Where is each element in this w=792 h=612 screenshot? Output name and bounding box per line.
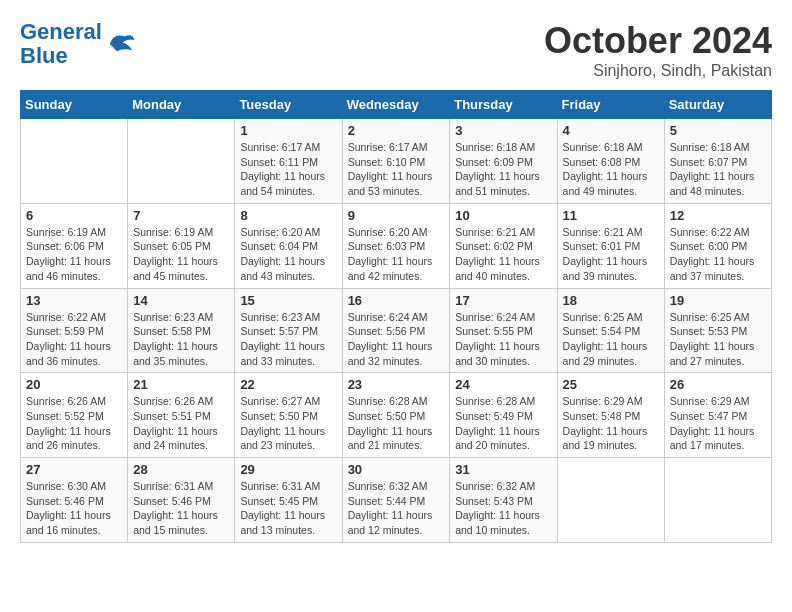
calendar-cell: 9Sunrise: 6:20 AM Sunset: 6:03 PM Daylig… [342, 203, 450, 288]
day-info: Sunrise: 6:31 AM Sunset: 5:46 PM Dayligh… [133, 479, 229, 538]
day-info: Sunrise: 6:30 AM Sunset: 5:46 PM Dayligh… [26, 479, 122, 538]
day-info: Sunrise: 6:23 AM Sunset: 5:58 PM Dayligh… [133, 310, 229, 369]
weekday-header-tuesday: Tuesday [235, 91, 342, 119]
week-row-2: 6Sunrise: 6:19 AM Sunset: 6:06 PM Daylig… [21, 203, 772, 288]
day-number: 5 [670, 123, 766, 138]
logo-line2: Blue [20, 43, 68, 68]
calendar-cell: 24Sunrise: 6:28 AM Sunset: 5:49 PM Dayli… [450, 373, 557, 458]
calendar-cell: 6Sunrise: 6:19 AM Sunset: 6:06 PM Daylig… [21, 203, 128, 288]
day-info: Sunrise: 6:19 AM Sunset: 6:05 PM Dayligh… [133, 225, 229, 284]
day-number: 24 [455, 377, 551, 392]
calendar-cell: 21Sunrise: 6:26 AM Sunset: 5:51 PM Dayli… [128, 373, 235, 458]
calendar-cell [557, 458, 664, 543]
day-info: Sunrise: 6:26 AM Sunset: 5:51 PM Dayligh… [133, 394, 229, 453]
logo: General Blue [20, 20, 136, 68]
day-number: 16 [348, 293, 445, 308]
day-info: Sunrise: 6:20 AM Sunset: 6:03 PM Dayligh… [348, 225, 445, 284]
day-info: Sunrise: 6:29 AM Sunset: 5:47 PM Dayligh… [670, 394, 766, 453]
day-number: 1 [240, 123, 336, 138]
day-number: 31 [455, 462, 551, 477]
weekday-header-monday: Monday [128, 91, 235, 119]
day-info: Sunrise: 6:19 AM Sunset: 6:06 PM Dayligh… [26, 225, 122, 284]
calendar-cell: 16Sunrise: 6:24 AM Sunset: 5:56 PM Dayli… [342, 288, 450, 373]
day-number: 11 [563, 208, 659, 223]
calendar-cell: 10Sunrise: 6:21 AM Sunset: 6:02 PM Dayli… [450, 203, 557, 288]
day-info: Sunrise: 6:23 AM Sunset: 5:57 PM Dayligh… [240, 310, 336, 369]
calendar-cell: 26Sunrise: 6:29 AM Sunset: 5:47 PM Dayli… [664, 373, 771, 458]
day-number: 21 [133, 377, 229, 392]
month-title: October 2024 [544, 20, 772, 62]
day-info: Sunrise: 6:27 AM Sunset: 5:50 PM Dayligh… [240, 394, 336, 453]
calendar-cell: 13Sunrise: 6:22 AM Sunset: 5:59 PM Dayli… [21, 288, 128, 373]
day-info: Sunrise: 6:25 AM Sunset: 5:53 PM Dayligh… [670, 310, 766, 369]
day-number: 4 [563, 123, 659, 138]
day-info: Sunrise: 6:17 AM Sunset: 6:10 PM Dayligh… [348, 140, 445, 199]
calendar-cell: 7Sunrise: 6:19 AM Sunset: 6:05 PM Daylig… [128, 203, 235, 288]
day-number: 27 [26, 462, 122, 477]
calendar-table: SundayMondayTuesdayWednesdayThursdayFrid… [20, 90, 772, 543]
calendar-cell [664, 458, 771, 543]
logo-line1: General [20, 19, 102, 44]
day-info: Sunrise: 6:28 AM Sunset: 5:49 PM Dayligh… [455, 394, 551, 453]
day-number: 30 [348, 462, 445, 477]
weekday-header-thursday: Thursday [450, 91, 557, 119]
calendar-cell [21, 119, 128, 204]
calendar-cell: 31Sunrise: 6:32 AM Sunset: 5:43 PM Dayli… [450, 458, 557, 543]
calendar-cell: 20Sunrise: 6:26 AM Sunset: 5:52 PM Dayli… [21, 373, 128, 458]
day-number: 8 [240, 208, 336, 223]
day-number: 10 [455, 208, 551, 223]
title-block: October 2024 Sinjhoro, Sindh, Pakistan [544, 20, 772, 80]
week-row-5: 27Sunrise: 6:30 AM Sunset: 5:46 PM Dayli… [21, 458, 772, 543]
day-info: Sunrise: 6:20 AM Sunset: 6:04 PM Dayligh… [240, 225, 336, 284]
week-row-1: 1Sunrise: 6:17 AM Sunset: 6:11 PM Daylig… [21, 119, 772, 204]
calendar-cell: 1Sunrise: 6:17 AM Sunset: 6:11 PM Daylig… [235, 119, 342, 204]
day-info: Sunrise: 6:17 AM Sunset: 6:11 PM Dayligh… [240, 140, 336, 199]
day-number: 3 [455, 123, 551, 138]
calendar-cell [128, 119, 235, 204]
calendar-cell: 25Sunrise: 6:29 AM Sunset: 5:48 PM Dayli… [557, 373, 664, 458]
day-info: Sunrise: 6:31 AM Sunset: 5:45 PM Dayligh… [240, 479, 336, 538]
weekday-header-sunday: Sunday [21, 91, 128, 119]
day-number: 22 [240, 377, 336, 392]
day-info: Sunrise: 6:25 AM Sunset: 5:54 PM Dayligh… [563, 310, 659, 369]
logo-bird-icon [106, 29, 136, 59]
weekday-header-saturday: Saturday [664, 91, 771, 119]
day-number: 18 [563, 293, 659, 308]
day-number: 28 [133, 462, 229, 477]
day-number: 23 [348, 377, 445, 392]
day-info: Sunrise: 6:32 AM Sunset: 5:43 PM Dayligh… [455, 479, 551, 538]
day-number: 19 [670, 293, 766, 308]
calendar-cell: 19Sunrise: 6:25 AM Sunset: 5:53 PM Dayli… [664, 288, 771, 373]
day-info: Sunrise: 6:21 AM Sunset: 6:02 PM Dayligh… [455, 225, 551, 284]
calendar-cell: 14Sunrise: 6:23 AM Sunset: 5:58 PM Dayli… [128, 288, 235, 373]
day-info: Sunrise: 6:32 AM Sunset: 5:44 PM Dayligh… [348, 479, 445, 538]
day-number: 9 [348, 208, 445, 223]
page-header: General Blue October 2024 Sinjhoro, Sind… [20, 20, 772, 80]
calendar-cell: 3Sunrise: 6:18 AM Sunset: 6:09 PM Daylig… [450, 119, 557, 204]
day-info: Sunrise: 6:26 AM Sunset: 5:52 PM Dayligh… [26, 394, 122, 453]
calendar-cell: 22Sunrise: 6:27 AM Sunset: 5:50 PM Dayli… [235, 373, 342, 458]
day-number: 2 [348, 123, 445, 138]
week-row-4: 20Sunrise: 6:26 AM Sunset: 5:52 PM Dayli… [21, 373, 772, 458]
day-info: Sunrise: 6:29 AM Sunset: 5:48 PM Dayligh… [563, 394, 659, 453]
day-number: 6 [26, 208, 122, 223]
week-row-3: 13Sunrise: 6:22 AM Sunset: 5:59 PM Dayli… [21, 288, 772, 373]
weekday-header-friday: Friday [557, 91, 664, 119]
day-info: Sunrise: 6:24 AM Sunset: 5:56 PM Dayligh… [348, 310, 445, 369]
calendar-cell: 27Sunrise: 6:30 AM Sunset: 5:46 PM Dayli… [21, 458, 128, 543]
day-number: 20 [26, 377, 122, 392]
day-info: Sunrise: 6:22 AM Sunset: 5:59 PM Dayligh… [26, 310, 122, 369]
day-number: 29 [240, 462, 336, 477]
calendar-cell: 28Sunrise: 6:31 AM Sunset: 5:46 PM Dayli… [128, 458, 235, 543]
day-info: Sunrise: 6:18 AM Sunset: 6:08 PM Dayligh… [563, 140, 659, 199]
calendar-cell: 2Sunrise: 6:17 AM Sunset: 6:10 PM Daylig… [342, 119, 450, 204]
calendar-cell: 18Sunrise: 6:25 AM Sunset: 5:54 PM Dayli… [557, 288, 664, 373]
calendar-cell: 17Sunrise: 6:24 AM Sunset: 5:55 PM Dayli… [450, 288, 557, 373]
day-info: Sunrise: 6:18 AM Sunset: 6:07 PM Dayligh… [670, 140, 766, 199]
day-number: 14 [133, 293, 229, 308]
day-number: 7 [133, 208, 229, 223]
calendar-cell: 5Sunrise: 6:18 AM Sunset: 6:07 PM Daylig… [664, 119, 771, 204]
day-number: 26 [670, 377, 766, 392]
calendar-cell: 29Sunrise: 6:31 AM Sunset: 5:45 PM Dayli… [235, 458, 342, 543]
day-info: Sunrise: 6:21 AM Sunset: 6:01 PM Dayligh… [563, 225, 659, 284]
